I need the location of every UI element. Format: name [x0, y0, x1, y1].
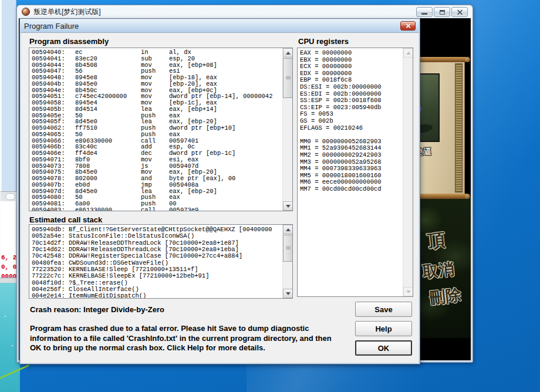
disassembly-row: 00594051: c745ec42000000 mov dword ptr […	[32, 93, 282, 100]
mnemonic: sub	[141, 56, 169, 62]
debug-red-line: 0, 0]	[1, 262, 17, 272]
disassembly-row: 00594040: ec in al, dx	[32, 49, 282, 56]
register-row: EDX = 00000000	[300, 70, 402, 77]
disassembly-row: 00594066: e896330000 call 00597401	[32, 138, 282, 144]
register-row: MM3 = 0000000052a95268	[300, 159, 402, 166]
register-row: GS = 002b	[300, 118, 402, 125]
scroll-down-button[interactable]	[403, 287, 413, 296]
disassembly-row: 00594065: 50 push eax	[32, 131, 282, 138]
disassembly-row: 00594080: 50 push eax	[32, 194, 282, 201]
disassembly-row: 00594058: 8945e4 mov [ebp-1c], eax	[32, 100, 282, 106]
register-row: MM4 = 0007398339633963	[300, 165, 402, 173]
opcode-bytes: 8b4508	[75, 62, 141, 69]
opcode-bytes: 8d4514	[75, 106, 141, 113]
scroll-down-button[interactable]	[283, 289, 293, 298]
callstack-row: 77222c7c: KERNELBASE!SleepEx [77210000+1…	[32, 273, 282, 279]
callstack-row: 77223520: KERNELBASE!Sleep [77210000+135…	[32, 266, 282, 273]
disassembly-row: 0059405e: 50 push eax	[32, 113, 282, 119]
scrollbar-thumb[interactable]	[283, 235, 293, 262]
mnemonic: mov	[141, 157, 169, 163]
close-button[interactable]	[451, 7, 468, 17]
game-window-titlebar[interactable]: 叛逆单机[梦幻测试版]	[17, 5, 473, 18]
register-row: MM0 = 0000000052682903	[300, 138, 402, 146]
registers-scrollbar[interactable]	[403, 48, 413, 296]
callstack-row: 70c14d62: DDRAW!ReleaseDDThreadLock [70c…	[32, 246, 282, 253]
register-row: EBX = 00000000	[300, 57, 402, 64]
operands: eax	[169, 131, 282, 138]
scroll-down-button[interactable]	[283, 201, 293, 211]
background-window-fragments: 6, 270, 0]00000	[0, 0, 18, 283]
crash-message-line: OK to bring up the normal crash box. Cli…	[30, 343, 362, 353]
disassembly-row: 00594078: 802000 and byte ptr [eax], 00	[32, 175, 282, 182]
disassembly-row: 00594062: ff7510 push dword ptr [ebp+10]	[32, 125, 282, 131]
callstack-scrollbar[interactable]	[282, 225, 292, 298]
help-button[interactable]: Help	[355, 321, 412, 336]
caption-buttons	[416, 7, 468, 17]
operands: eax, [ebp+08]	[169, 62, 282, 69]
opcode-bytes: eb0d	[75, 182, 141, 188]
callstack-row: 0048f10d: ?$_Tree::erase()	[32, 280, 282, 286]
disassembly-row: 0059404b: 8945e0 mov [ebp-20], eax	[32, 81, 282, 87]
operands: esp, 20	[169, 56, 282, 62]
disassembly-scrollbar[interactable]	[282, 48, 292, 211]
callstack-row: 0052a54e: StatusIconFile::DelStatusIconW…	[32, 233, 282, 239]
window-content-fragment: 6, 270, 0]00000	[1, 201, 16, 278]
app-icon	[22, 8, 30, 16]
dialog-titlebar[interactable]: Program Failure	[21, 19, 419, 33]
callstack-row: 00480fea: CWDSound3d::DSGetWaveFile()	[32, 260, 282, 266]
disassembly-listbox[interactable]: 00594040: ec in al, dx 00594041: 83ec20 …	[29, 48, 293, 211]
arrow-down-icon	[286, 292, 291, 295]
crash-message-line: information to a file called 'CrashInfo.…	[30, 334, 362, 344]
disassembly-rows: 00594040: ec in al, dx 00594041: 83ec20 …	[32, 49, 282, 211]
scrollbar-thumb[interactable]	[283, 58, 293, 98]
address: 0059404b:	[32, 81, 75, 87]
sparkle-dot	[5, 316, 6, 317]
debug-red-text: 6, 270, 0]00000	[1, 253, 17, 281]
disassembly-row: 00594047: 56 push esi	[32, 68, 282, 75]
address: 0059407b:	[32, 182, 75, 188]
register-row: MM1 = 52a9396452683144	[300, 145, 402, 152]
game-menu-item-delete[interactable]: 刪除	[428, 284, 462, 308]
register-row: MM7 = 00cd00cd00cd00cd	[300, 186, 402, 193]
callstack-label: Estimated call stack	[29, 215, 102, 224]
callstack-listbox[interactable]: 005940db: Bf_Client!?GetServerState@CHtt…	[29, 224, 293, 299]
callstack-rows: 005940db: Bf_Client!?GetServerState@CHtt…	[32, 227, 282, 298]
window-frame-fragment	[2, 0, 16, 194]
scroll-up-button[interactable]	[283, 48, 293, 58]
disassembly-row: 0059406b: 83c40c add esp, 0c	[32, 144, 282, 150]
disassembly-row: 0059405b: 8d4514 lea eax, [ebp+14]	[32, 106, 282, 113]
mnemonic: call	[141, 207, 169, 211]
mnemonic: jmp	[141, 182, 169, 188]
save-button[interactable]: Save	[355, 302, 412, 317]
maximize-button[interactable]	[434, 7, 450, 17]
sparkle-dot	[12, 345, 13, 346]
minimize-button[interactable]	[416, 7, 433, 17]
crash-message-line: Program has crashed due to a fatal error…	[30, 324, 362, 334]
game-scene: 大使逼 頂 取消 刪除	[414, 18, 471, 360]
address: 00594041:	[32, 56, 75, 62]
mnemonic: push	[141, 131, 169, 138]
thumb-gripper-icon	[286, 76, 291, 77]
minimize-icon	[421, 13, 427, 15]
dialog-close-button[interactable]	[400, 21, 416, 31]
opcode-bytes: 8bf0	[75, 157, 141, 163]
register-row: EBP = 0018f6c8	[300, 77, 402, 84]
game-menu-item-top[interactable]: 頂	[426, 227, 447, 254]
callstack-row: 004e2e14: ItemNumEditDispatch()	[32, 293, 282, 298]
game-window-title: 叛逆单机[梦幻测试版]	[33, 7, 101, 17]
ok-button[interactable]: OK	[355, 340, 412, 356]
operands: eax, [ebp+14]	[169, 106, 282, 113]
arrow-up-icon	[286, 228, 291, 231]
operands: 005973e9	[169, 207, 282, 211]
crash-message: Program has crashed due to a fatal error…	[30, 324, 362, 353]
scroll-up-button[interactable]	[283, 225, 293, 234]
registers-listbox[interactable]: EAX = 00000000EBX = 00000000ECX = 000000…	[297, 48, 413, 297]
crash-reason: Crash reason: Integer Divide-by-Zero	[30, 305, 164, 314]
scroll-up-button[interactable]	[403, 48, 413, 58]
dialog-title: Program Failure	[24, 22, 79, 31]
disassembly-row: 00594041: 83ec20 sub esp, 20	[32, 56, 282, 62]
register-row: EFLAGS = 00210246	[300, 125, 402, 132]
disassembly-row: 00594044: 8b4508 mov eax, [ebp+08]	[32, 62, 282, 69]
game-menu-item-cancel[interactable]: 取消	[421, 258, 455, 282]
disassembly-row: 00594083: e861330000 call 005973e9	[32, 207, 282, 211]
